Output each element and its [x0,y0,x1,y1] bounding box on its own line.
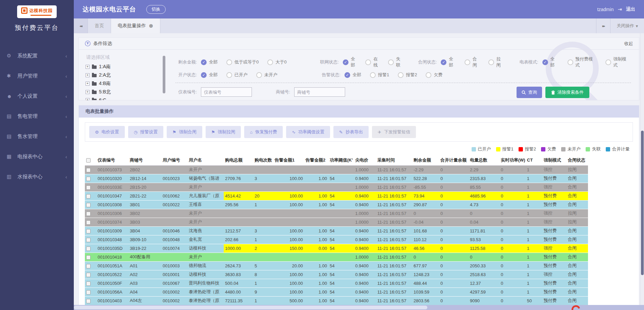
row-checkbox[interactable] [86,177,91,181]
collapse-button[interactable]: 收起 [624,41,633,47]
radio-checked-icon[interactable]: ✓ [201,72,207,78]
radio-checked-icon[interactable]: ✓ [441,59,446,65]
radio-unchecked-icon[interactable] [426,72,431,78]
radio-option[interactable]: ✓全部 [201,72,218,78]
logout-icon[interactable]: ⇥ [618,6,622,12]
row-checkbox[interactable] [86,247,91,251]
tree-node-4[interactable]: +6:C [86,97,162,100]
radio-unchecked-icon[interactable] [388,59,394,65]
toolbar-button-0[interactable]: ⚙电价设置 [89,126,125,138]
row-checkbox[interactable] [86,290,91,295]
radio-option[interactable]: 已开户 [226,72,248,78]
sidebar-item-2[interactable]: ☻个人设置‹ [0,86,74,106]
expand-icon[interactable]: + [86,98,90,100]
table-cell: 1.00 [304,287,328,296]
tab-home[interactable]: 首页 [88,18,111,33]
radio-option[interactable]: 大于0 [267,59,286,65]
radio-unchecked-icon[interactable] [568,59,573,65]
radio-checked-icon[interactable]: ✓ [542,59,548,65]
radio-unchecked-icon[interactable] [465,59,470,65]
tabs-scroll-left-icon[interactable]: ◂◂ [74,18,88,33]
expand-icon[interactable]: + [86,65,90,69]
row-checkbox[interactable] [86,229,91,233]
radio-checked-icon[interactable]: ✓ [344,72,350,78]
radio-unchecked-icon[interactable] [365,59,371,65]
sidebar-item-6[interactable]: ▥水报表中心‹ [0,167,74,187]
radio-option[interactable]: 预付费模式 [568,56,597,68]
row-checkbox[interactable] [86,264,91,268]
toolbar-button-3[interactable]: ⚑强制拉闸 [206,126,241,138]
switch-button[interactable]: 切换 [146,5,166,14]
radio-unchecked-icon[interactable] [488,59,494,65]
expand-icon[interactable]: + [86,90,90,94]
row-checkbox[interactable] [86,299,91,303]
radio-unchecked-icon[interactable] [256,72,262,78]
tab-meter-batch[interactable]: 电表批量操作 ⊗ [111,18,160,33]
radio-unchecked-icon[interactable] [605,59,611,65]
radio-checked-icon[interactable]: ✓ [201,59,207,65]
row-checkbox[interactable] [86,212,91,216]
logout-button[interactable]: 退出 [626,6,635,12]
row-checkbox-cell [85,270,96,279]
row-checkbox[interactable] [86,194,91,198]
radio-option[interactable]: 报警2 [398,72,417,78]
sidebar-item-0[interactable]: ⚙系统配置‹ [0,46,74,66]
tree-node-0[interactable]: +1:A南 [86,64,162,70]
tree-node-1[interactable]: +2:A北 [86,72,162,78]
tab-close-icon[interactable]: ⊗ [149,23,153,29]
radio-option[interactable]: ✓全部 [344,72,361,78]
row-checkbox[interactable] [86,273,91,277]
sidebar-item-5[interactable]: ▦电报表中心‹ [0,146,74,167]
radio-option[interactable]: 在线 [365,56,379,68]
row-checkbox[interactable] [86,185,91,190]
radio-unchecked-icon[interactable] [226,72,232,78]
toolbar-button-2[interactable]: ⚑强制合闸 [167,126,202,138]
shop-no-input[interactable] [294,87,345,97]
chevron-left-icon: ‹ [65,73,67,79]
row-checkbox[interactable] [86,255,91,260]
row-checkbox[interactable] [86,168,91,172]
row-checkbox[interactable] [86,238,91,242]
toolbar-button-6[interactable]: ✎抄表导出 [333,126,369,138]
radio-option[interactable]: 低于或等于0 [226,59,259,65]
tree-node-2[interactable]: +4:B南 [86,81,162,87]
sidebar-item-3[interactable]: ▤售电管理‹ [0,106,74,126]
tree-node-3[interactable]: +5:B北 [86,89,162,95]
sidebar-item-4[interactable]: ▤售水管理‹ [0,126,74,146]
radio-option[interactable]: 合闸 [465,56,480,68]
radio-option[interactable]: ✓全部 [343,56,357,68]
close-operations-dropdown[interactable]: 关闭操作 ▾ [610,18,644,33]
radio-unchecked-icon[interactable] [267,59,273,65]
row-checkbox[interactable] [86,281,91,286]
radio-option[interactable]: 欠费 [426,72,442,78]
tabs-scroll-right-icon[interactable]: ▸▸ [596,18,610,33]
tree-scrollbar[interactable] [163,56,165,93]
radio-option[interactable]: ✓全部 [441,56,456,68]
radio-option[interactable]: ✓全部 [542,56,559,68]
radio-option[interactable]: 未开户 [256,72,277,78]
row-checkbox[interactable] [86,220,91,225]
radio-option[interactable]: 报警1 [370,72,389,78]
row-checkbox[interactable] [86,203,91,207]
radio-checked-icon[interactable]: ✓ [343,59,348,65]
meter-no-input[interactable] [201,87,252,97]
search-button[interactable]: 查询 [517,87,542,98]
expand-icon[interactable]: + [86,73,90,77]
radio-unchecked-icon[interactable] [398,72,404,78]
sidebar-item-1[interactable]: ✱用户管理‹ [0,66,74,86]
radio-option[interactable]: 失联 [388,56,402,68]
toolbar-button-4[interactable]: ⌂恢复预付费 [244,126,283,138]
vertical-scrollbar-thumb[interactable] [641,131,644,275]
radio-unchecked-icon[interactable] [370,72,376,78]
radio-option[interactable]: ✓全部 [201,59,218,65]
toolbar-button-1[interactable]: ◷报警设置 [128,126,163,138]
radio-option[interactable]: 拉闸 [488,56,503,68]
radio-option[interactable]: 强制模式 [605,56,630,68]
clear-search-button[interactable]: 清除搜索条件 [545,87,589,98]
toolbar-button-5[interactable]: ∿功率阈值设置 [286,126,330,138]
horizontal-scrollbar-thumb[interactable] [74,306,427,309]
select-all-checkbox[interactable] [86,158,91,163]
filter-options: 剩余金额:✓全部低于或等于0大于0联网状态:✓全部在线失联合闸状态:✓全部合闸拉… [171,52,639,100]
expand-icon[interactable]: + [86,82,90,86]
radio-unchecked-icon[interactable] [226,59,232,65]
